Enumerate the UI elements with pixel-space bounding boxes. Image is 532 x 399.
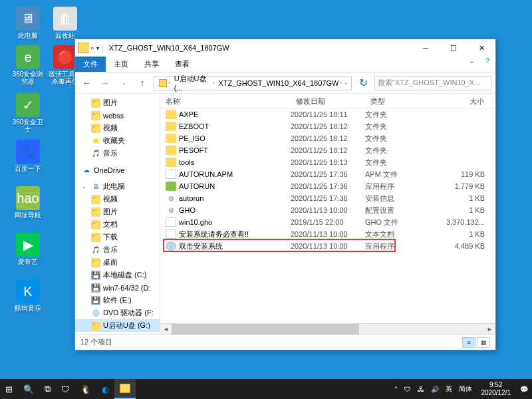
titlebar[interactable]: ▫ ▾ | XTZ_GHOST_WIN10_X64_1807GW ─ ☐ ✕ [75,39,495,57]
file-row[interactable]: 💿双击安装系统2020/11/13 10:00应用程序4,489 KB [160,240,495,252]
tray-network-icon[interactable]: 🖧 [416,386,426,393]
qat-dropdown[interactable]: ▾ [96,45,99,51]
tab-view[interactable]: 查看 [167,57,198,72]
desktop-icon[interactable]: ✓360安全卫士 [11,93,45,133]
taskbar[interactable]: ⊞ 🔍 ⧉ 🛡 🐧 ◐ ˄ 🛡 🖧 🔊 英 简体 9:522020/12/1 💬 [0,379,532,399]
tray-volume-icon[interactable]: 🔊 [430,386,440,393]
tree-node[interactable]: 📁U启动U盘 (G:) [75,319,160,332]
tray-up-icon[interactable]: ˄ [393,386,399,393]
refresh-button[interactable]: ↻ [356,76,370,89]
back-button[interactable]: ← [79,76,94,90]
tree-node[interactable]: ⭐收藏夹 [75,134,160,147]
desktop-icon[interactable]: 🖥此电脑 [11,7,45,39]
explorer-taskbar[interactable] [114,379,136,399]
ribbon-expand-icon[interactable]: ⌄ [464,57,479,72]
minimize-button[interactable]: ─ [412,39,440,57]
tree-node[interactable]: 📁文档 [75,218,160,231]
scrollbar-horizontal[interactable]: ◄► [160,323,495,334]
ribbon-tabs: 文件 主页 共享 查看 ⌄ ? [75,57,495,72]
tree-node[interactable]: ⌄🖥此电脑 [75,180,160,193]
file-row[interactable]: win10.gho2019/1/15 22:00GHO 文件3,370,132.… [160,216,495,228]
desktop-icon[interactable]: 🗑回收站 [48,7,82,39]
forward-button[interactable]: → [98,76,112,90]
app-2[interactable]: 🐧 [75,379,96,399]
col-type[interactable]: 类型 [365,94,425,108]
file-row[interactable]: AXPE2020/11/25 18:11文件夹 [160,108,495,120]
view-details-button[interactable]: ≡ [462,337,475,348]
desktop-icon[interactable]: K酷狗音乐 [11,279,45,312]
explorer-window: ▫ ▾ | XTZ_GHOST_WIN10_X64_1807GW ─ ☐ ✕ 文… [74,39,496,350]
desktop-icon[interactable]: 🐾百度一下 [11,140,45,172]
file-row[interactable]: PE_ISO2020/11/25 18:12文件夹 [160,132,495,144]
app-3[interactable]: ◐ [96,379,114,399]
tree-node[interactable]: 📁视频 [75,193,160,205]
file-row[interactable]: PESOFT2020/11/25 18:12文件夹 [160,144,495,156]
file-row[interactable]: ⚙GHO2020/11/13 10:00配置设置1 KB [160,204,495,216]
tree-node[interactable]: 📁图片 [75,205,160,218]
tree-node[interactable]: 💿DVD 驱动器 (F: [75,307,160,319]
tree-node[interactable]: 📁桌面 [75,256,160,269]
col-name[interactable]: 名称 [160,94,291,108]
action-center-icon[interactable]: 💬 [519,386,529,393]
help-icon[interactable]: ? [479,57,495,72]
tree-node[interactable]: ☁OneDrive [75,164,160,176]
file-row[interactable]: AUTORUN2020/11/25 17:36应用程序1,779 KB [160,180,495,192]
task-view-icon[interactable]: ⧉ [39,379,56,399]
desktop-icon[interactable]: ▶爱奇艺 [11,233,45,265]
recent-dropdown[interactable]: ⌄ [116,76,131,90]
tab-file[interactable]: 文件 [75,57,106,72]
tree-node[interactable]: 💾本地磁盘 (C:) [75,269,160,281]
file-row[interactable]: AUTORUN.APM2020/11/25 17:36APM 文件119 KB [160,168,495,180]
nav-tree[interactable]: 📁图片📁webss📁视频⭐收藏夹🎵音乐☁OneDrive⌄🖥此电脑📁视频📁图片📁… [75,94,160,334]
file-row[interactable]: ⚙autorun2020/11/25 17:36安装信息1 KB [160,192,495,204]
system-tray[interactable]: ˄ 🛡 🖧 🔊 英 简体 9:522020/12/1 💬 [393,381,533,397]
tree-node[interactable]: 🎵音乐 [75,243,160,256]
file-list[interactable]: 名称 修改日期 类型 大小 AXPE2020/11/25 18:11文件夹EZB… [160,94,495,334]
qat-props[interactable]: ▫ [91,44,94,52]
window-title: XTZ_GHOST_WIN10_X64_1807GW [106,44,229,52]
desktop-icon[interactable]: e360安全浏览器 [11,45,45,85]
search-icon[interactable]: 🔍 [18,379,39,399]
maximize-button[interactable]: ☐ [440,39,467,57]
address-bar: ← → ⌄ ↑ › U启动U盘 (...› XTZ_GHOST_WIN10_X6… [75,72,495,94]
search-input[interactable]: 搜索"XTZ_GHOST_WIN10_X... [374,76,491,90]
col-size[interactable]: 大小 [425,94,495,108]
tree-node[interactable]: 📁webss [75,109,160,122]
ime-lang[interactable]: 英 [444,384,454,394]
tree-node[interactable]: 📁下载 [75,231,160,243]
file-row[interactable]: 安装系统请务必查看!!2020/11/13 10:00文本文档1 KB [160,228,495,240]
clock[interactable]: 9:522020/12/1 [477,381,515,397]
tree-node[interactable]: 💾软件 (E:) [75,294,160,307]
folder-icon [78,43,88,53]
breadcrumb[interactable]: › U启动U盘 (...› XTZ_GHOST_WIN10_X64_1807GW… [154,76,352,90]
view-icons-button[interactable]: ▦ [477,337,490,348]
close-button[interactable]: ✕ [467,39,495,57]
app-1[interactable]: 🛡 [56,379,75,399]
tree-node[interactable]: 📁图片 [75,96,160,109]
tab-share[interactable]: 共享 [136,57,167,72]
tray-shield-icon[interactable]: 🛡 [403,386,412,393]
start-button[interactable]: ⊞ [0,379,18,399]
ime-mode[interactable]: 简体 [458,384,473,394]
file-row[interactable]: tools2020/11/25 18:13文件夹 [160,156,495,168]
tree-node[interactable]: 📁视频 [75,122,160,134]
status-bar: 12 个项目 ≡ ▦ [75,334,495,349]
tree-node[interactable]: 🎵音乐 [75,147,160,160]
tab-home[interactable]: 主页 [106,57,136,72]
desktop-icon[interactable]: hao网址导航 [11,186,45,219]
up-button[interactable]: ↑ [135,76,150,90]
col-date[interactable]: 修改日期 [291,94,365,108]
column-headers: 名称 修改日期 类型 大小 [160,94,495,108]
file-row[interactable]: EZBOOT2020/11/25 18:12文件夹 [160,120,495,132]
item-count: 12 个项目 [80,337,112,347]
tree-node[interactable]: 💾win7-64/32 (D: [75,281,160,294]
